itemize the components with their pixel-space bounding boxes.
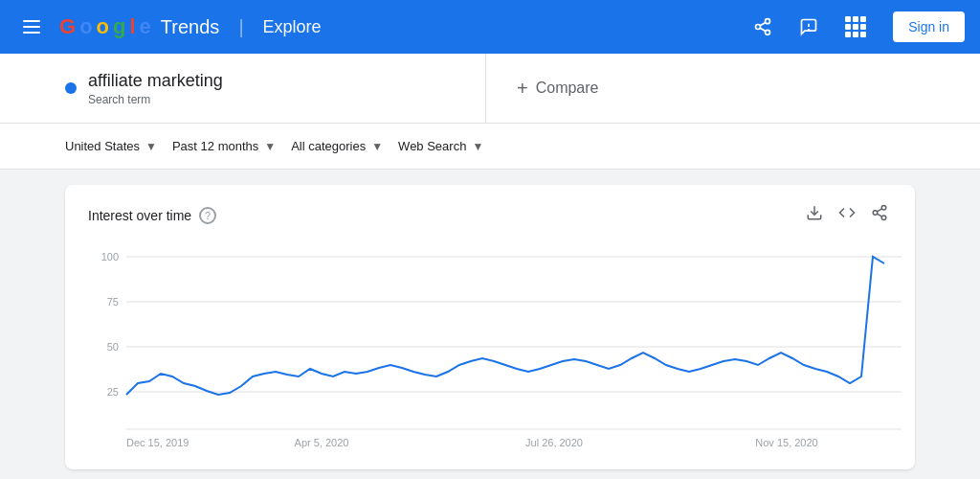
search-type-filter[interactable]: Web Search ▼ bbox=[398, 135, 483, 157]
chart-header: Interest over time ? bbox=[88, 200, 892, 230]
menu-button[interactable] bbox=[15, 12, 48, 41]
search-type-chevron-icon: ▼ bbox=[472, 140, 483, 153]
search-term-info: affiliate marketing Search term bbox=[88, 71, 223, 106]
svg-point-9 bbox=[809, 30, 810, 31]
svg-line-6 bbox=[760, 28, 766, 31]
svg-point-13 bbox=[881, 216, 886, 220]
search-term-value: affiliate marketing bbox=[88, 71, 223, 91]
search-row: affiliate marketing Search term + Compar… bbox=[65, 54, 915, 123]
region-chevron-icon: ▼ bbox=[145, 140, 157, 153]
chart-help-button[interactable]: ? bbox=[199, 207, 216, 224]
share-button[interactable] bbox=[746, 10, 780, 44]
category-filter[interactable]: All categories ▼ bbox=[291, 135, 383, 157]
region-label: United States bbox=[65, 139, 140, 153]
category-label: All categories bbox=[291, 139, 366, 153]
line-chart: 100 75 50 25 Dec 15, 2019 Apr 5, 2020 Ju… bbox=[88, 238, 911, 458]
header-explore: Explore bbox=[263, 17, 322, 37]
svg-text:50: 50 bbox=[107, 341, 119, 353]
chart-container: 100 75 50 25 Dec 15, 2019 Apr 5, 2020 Ju… bbox=[88, 238, 892, 458]
svg-rect-2 bbox=[23, 32, 40, 34]
svg-text:100: 100 bbox=[101, 251, 119, 262]
chart-embed-button[interactable] bbox=[835, 200, 859, 230]
compare-plus-icon: + bbox=[517, 78, 528, 100]
interest-over-time-card: Interest over time ? bbox=[65, 185, 915, 469]
chart-download-button[interactable] bbox=[802, 200, 827, 230]
svg-line-7 bbox=[760, 22, 766, 25]
signin-button[interactable]: Sign in bbox=[893, 11, 965, 42]
chart-share-button[interactable] bbox=[867, 200, 892, 230]
search-term-box[interactable]: affiliate marketing Search term bbox=[65, 54, 486, 123]
svg-text:Dec 15, 2019: Dec 15, 2019 bbox=[126, 437, 189, 448]
svg-point-3 bbox=[766, 19, 770, 24]
chart-title: Interest over time bbox=[88, 208, 191, 223]
app-header: G o o g l e Trends | Explore Sign in bbox=[0, 0, 980, 54]
apps-button[interactable] bbox=[837, 9, 874, 45]
term-indicator bbox=[65, 82, 77, 94]
svg-line-15 bbox=[877, 209, 881, 212]
category-chevron-icon: ▼ bbox=[371, 140, 383, 153]
compare-box[interactable]: + Compare bbox=[486, 54, 915, 123]
app-logo: G o o g l e Trends bbox=[59, 14, 219, 39]
chart-actions bbox=[802, 200, 892, 230]
search-area: affiliate marketing Search term + Compar… bbox=[0, 54, 980, 124]
feedback-button[interactable] bbox=[791, 10, 826, 44]
time-chevron-icon: ▼ bbox=[264, 140, 276, 153]
svg-point-11 bbox=[881, 206, 886, 211]
trend-line bbox=[126, 257, 884, 395]
svg-text:Jul 26, 2020: Jul 26, 2020 bbox=[525, 437, 583, 448]
svg-point-5 bbox=[766, 30, 770, 34]
svg-point-4 bbox=[756, 25, 761, 30]
logo-trends: Trends bbox=[161, 16, 220, 38]
svg-text:Nov 15, 2020: Nov 15, 2020 bbox=[755, 437, 817, 448]
svg-line-14 bbox=[877, 214, 881, 217]
svg-text:25: 25 bbox=[107, 386, 119, 398]
svg-rect-1 bbox=[23, 26, 40, 28]
compare-label: Compare bbox=[536, 80, 599, 97]
filter-row: United States ▼ Past 12 months ▼ All cat… bbox=[0, 124, 980, 170]
svg-rect-0 bbox=[23, 20, 40, 22]
chart-title-row: Interest over time ? bbox=[88, 207, 216, 224]
search-type-label: Web Search bbox=[398, 139, 466, 153]
svg-point-12 bbox=[873, 211, 878, 216]
header-divider: | bbox=[238, 16, 243, 38]
time-label: Past 12 months bbox=[172, 139, 258, 153]
main-content: Interest over time ? bbox=[0, 170, 980, 479]
search-term-label: Search term bbox=[88, 93, 223, 106]
time-filter[interactable]: Past 12 months ▼ bbox=[172, 135, 276, 157]
region-filter[interactable]: United States ▼ bbox=[65, 135, 157, 157]
svg-text:75: 75 bbox=[107, 296, 119, 308]
svg-text:Apr 5, 2020: Apr 5, 2020 bbox=[295, 437, 349, 448]
